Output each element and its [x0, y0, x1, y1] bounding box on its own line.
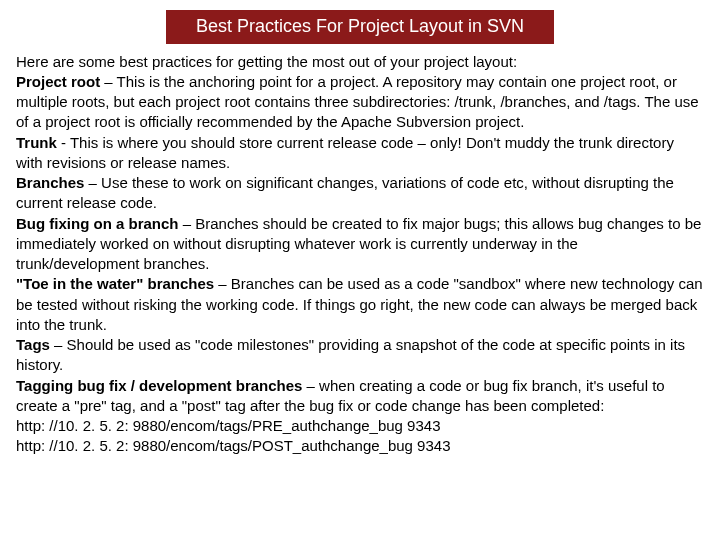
slide: Best Practices For Project Layout in SVN… — [0, 0, 720, 540]
body-text: Here are some best practices for getting… — [16, 52, 704, 457]
item-bug-fixing-branch: Bug fixing on a branch – Branches should… — [16, 214, 704, 275]
sep: – — [179, 215, 196, 232]
slide-title: Best Practices For Project Layout in SVN — [166, 10, 554, 44]
label: Trunk — [16, 134, 57, 151]
text: Use these to work on significant changes… — [16, 174, 674, 211]
intro-line: Here are some best practices for getting… — [16, 52, 704, 72]
title-wrap: Best Practices For Project Layout in SVN — [16, 10, 704, 44]
sep: – — [100, 73, 116, 90]
label: Branches — [16, 174, 84, 191]
sep: – — [84, 174, 101, 191]
url-pre-tag: http: //10. 2. 5. 2: 9880/encom/tags/PRE… — [16, 416, 704, 436]
label: Tagging bug fix / development branches — [16, 377, 302, 394]
item-tags: Tags – Should be used as "code milestone… — [16, 335, 704, 376]
label: Tags — [16, 336, 50, 353]
item-toe-in-water: "Toe in the water" branches – Branches c… — [16, 274, 704, 335]
item-trunk: Trunk - This is where you should store c… — [16, 133, 704, 174]
sep: – — [50, 336, 67, 353]
text: This is the anchoring point for a projec… — [16, 73, 699, 131]
item-branches: Branches – Use these to work on signific… — [16, 173, 704, 214]
label: Project root — [16, 73, 100, 90]
sep: – — [214, 275, 231, 292]
sep: - — [57, 134, 70, 151]
url-post-tag: http: //10. 2. 5. 2: 9880/encom/tags/POS… — [16, 436, 704, 456]
sep: – — [302, 377, 319, 394]
text: This is where you should store current r… — [16, 134, 674, 171]
item-tagging-branches: Tagging bug fix / development branches –… — [16, 376, 704, 417]
label: "Toe in the water" branches — [16, 275, 214, 292]
label: Bug fixing on a branch — [16, 215, 179, 232]
text: Should be used as "code milestones" prov… — [16, 336, 685, 373]
item-project-root: Project root – This is the anchoring poi… — [16, 72, 704, 133]
